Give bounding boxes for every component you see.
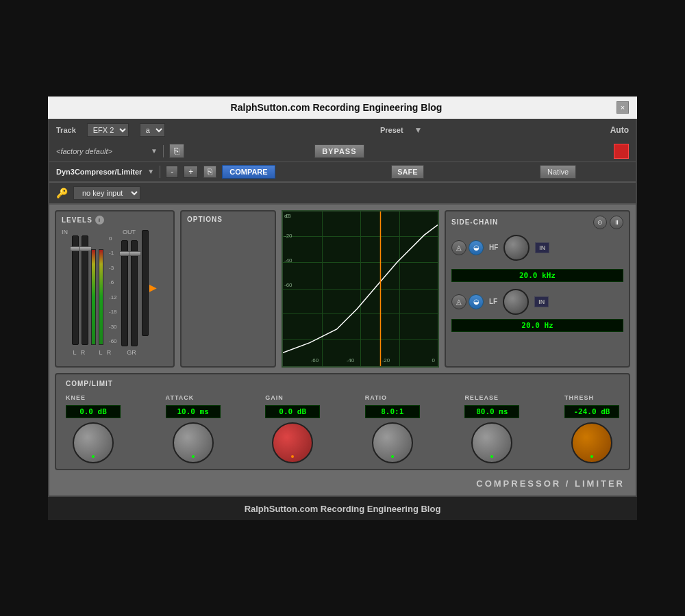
gain-group: GAIN 0.0 dB xyxy=(265,394,320,463)
knee-value: 0.0 dB xyxy=(66,405,121,418)
in-l-fader[interactable] xyxy=(72,235,79,345)
header-row3: Dyn3Compresor/Limiter ▼ - + ⎘ COMPARE SA… xyxy=(49,162,636,183)
levels-title: LEVELS i xyxy=(62,216,168,224)
copy-button[interactable]: ⎘ xyxy=(169,144,184,158)
in-lf-button[interactable]: IN xyxy=(534,296,549,307)
ratio-label: RATIO xyxy=(365,394,387,401)
attack-knob[interactable] xyxy=(173,422,214,463)
sc-btn2[interactable]: ⏸ xyxy=(610,216,623,229)
hf-btn2[interactable]: ◒ xyxy=(469,240,484,255)
play-icon[interactable]: ▶ xyxy=(149,282,157,293)
transfer-curve xyxy=(283,211,438,366)
in-hf-button[interactable]: IN xyxy=(535,242,549,253)
in-r-meter xyxy=(99,249,103,345)
sidechain-title: SIDE-CHAIN xyxy=(451,218,498,226)
comp-title: COMP/LIMIT xyxy=(66,380,619,387)
plugin-name: Dyn3Compresor/Limiter xyxy=(56,168,142,176)
knee-knob[interactable] xyxy=(73,422,114,463)
in-label: IN xyxy=(62,229,68,235)
red-indicator xyxy=(614,144,629,159)
thresh-group: THRESH -24.0 dB xyxy=(564,394,619,463)
gain-knob[interactable] xyxy=(272,422,313,463)
hf-btn1[interactable]: ◬ xyxy=(451,240,466,255)
plugin-window: Track EFX 2 a Preset ▼ Auto <factory def… xyxy=(48,119,637,497)
knee-label: KNEE xyxy=(66,394,86,401)
out-r-fader[interactable] xyxy=(131,240,138,346)
ch-l1: L xyxy=(71,349,78,356)
thresh-label: THRESH xyxy=(564,394,594,401)
release-label: RELEASE xyxy=(464,394,499,401)
comp-limit-section: COMP/LIMIT KNEE 0.0 dB ATTACK 10.0 ms xyxy=(55,373,630,470)
ratio-value: 8.0:1 xyxy=(365,405,420,418)
track-select[interactable]: EFX 2 xyxy=(87,123,129,137)
minus-button[interactable]: - xyxy=(166,166,178,178)
hf-label: HF xyxy=(489,244,498,251)
lf-knob[interactable] xyxy=(503,289,529,315)
curve-panel: dB 0 -20 -40 -60 -60 -40 -20 0 xyxy=(282,210,439,368)
copy2-button[interactable]: ⎘ xyxy=(203,166,216,178)
in-r-fader[interactable] xyxy=(82,235,88,345)
key-icon: 🔑 xyxy=(56,188,68,198)
sidechain-panel: SIDE-CHAIN ⊙ ⏸ ◬ ◒ HF IN 20.0 kHz xyxy=(445,210,630,368)
hf-row: ◬ ◒ HF IN xyxy=(451,235,623,261)
knee-group: KNEE 0.0 dB xyxy=(66,394,121,463)
attack-label: ATTACK xyxy=(166,394,195,401)
hf-knob[interactable] xyxy=(503,235,530,261)
in-l-meter xyxy=(91,249,96,345)
curve-display: dB 0 -20 -40 -60 -60 -40 -20 0 xyxy=(282,210,439,368)
release-value: 80.0 ms xyxy=(464,405,519,418)
lf-row: ◬ ◒ LF IN xyxy=(451,289,623,315)
options-title: OPTIONS xyxy=(187,216,269,223)
info-icon: i xyxy=(95,216,104,224)
gain-label: GAIN xyxy=(265,394,284,401)
native-button[interactable]: Native xyxy=(540,165,576,179)
track-label: Track xyxy=(56,126,76,134)
release-knob[interactable] xyxy=(471,422,512,463)
header-row2: <factory default> ▼ ⎘ BYPASS xyxy=(49,141,636,162)
plugin-arrow-icon: ▼ xyxy=(147,168,154,175)
footer-text: RalphSutton.com Recording Engineering Bl… xyxy=(245,504,441,514)
main-area: LEVELS i IN xyxy=(49,205,636,373)
title-bar-top: RalphSutton.com Recording Engineering Bl… xyxy=(48,97,637,119)
level-scale: 0 -1 -3 -6 -12 -18 -30 -60 xyxy=(108,229,117,345)
ratio-group: RATIO 8.0:1 xyxy=(365,394,420,463)
close-button[interactable]: × xyxy=(616,101,629,114)
ch-l2: L xyxy=(97,349,104,356)
preset-dropdown-icon: ▼ xyxy=(414,125,423,135)
footer: RalphSutton.com Recording Engineering Bl… xyxy=(48,497,637,520)
thresh-value: -24.0 dB xyxy=(564,405,619,418)
preset-arrow-icon: ▼ xyxy=(151,147,158,155)
lf-btn2[interactable]: ◒ xyxy=(469,294,484,309)
plus-button[interactable]: + xyxy=(184,166,198,178)
ch-gr: GR xyxy=(125,349,138,356)
key-input-row: 🔑 no key input xyxy=(49,183,636,205)
ch-r1: R xyxy=(79,349,86,356)
ratio-knob[interactable] xyxy=(372,422,413,463)
thresh-knob[interactable] xyxy=(571,422,612,463)
ch-r2: R xyxy=(105,349,112,356)
track-slot-select[interactable]: a xyxy=(140,123,165,137)
hf-value-display: 20.0 kHz xyxy=(451,269,623,282)
preset-value: <factory default> xyxy=(56,147,145,155)
lf-btn1[interactable]: ◬ xyxy=(451,294,466,309)
compare-button[interactable]: COMPARE xyxy=(222,165,275,179)
attack-value: 10.0 ms xyxy=(166,405,221,418)
key-input-select[interactable]: no key input xyxy=(73,186,140,200)
options-panel: OPTIONS xyxy=(180,210,276,368)
lf-label: LF xyxy=(489,298,497,305)
preset-label: Preset xyxy=(380,126,403,134)
bypass-button[interactable]: BYPASS xyxy=(314,144,364,158)
attack-group: ATTACK 10.0 ms xyxy=(166,394,221,463)
sc-btn1[interactable]: ⊙ xyxy=(593,216,607,229)
gr-meter xyxy=(142,230,149,336)
brand-label: COMPRESSOR / LIMITER xyxy=(49,476,636,496)
app-title: RalphSutton.com Recording Engineering Bl… xyxy=(56,102,616,113)
auto-label: Auto xyxy=(610,125,629,135)
gain-value: 0.0 dB xyxy=(265,405,320,418)
header-row1: Track EFX 2 a Preset ▼ Auto xyxy=(49,119,636,141)
levels-panel: LEVELS i IN xyxy=(55,210,175,368)
out-l-fader[interactable] xyxy=(121,240,128,346)
lf-value-display: 20.0 Hz xyxy=(451,319,623,332)
out-label: OUT xyxy=(123,229,136,235)
safe-button[interactable]: SAFE xyxy=(391,165,423,179)
